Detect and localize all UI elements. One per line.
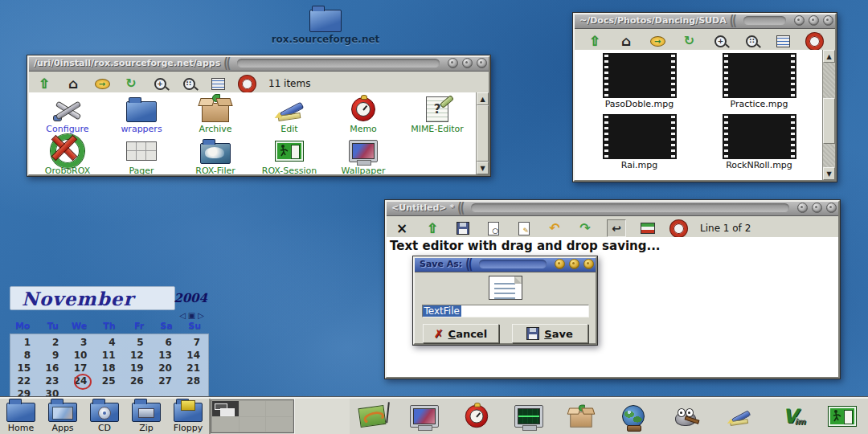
zoom-in-icon[interactable]: + <box>712 33 730 49</box>
undo-icon[interactable]: ↶ <box>546 220 563 236</box>
calendar-day[interactable]: 28 <box>180 375 208 387</box>
bookmarks-icon[interactable]: → <box>93 76 111 92</box>
workspace-4[interactable] <box>212 417 239 432</box>
up-icon[interactable]: ⇧ <box>424 220 441 236</box>
gimp-icon[interactable] <box>671 403 700 429</box>
find-icon[interactable]: ○ <box>485 220 502 236</box>
scroll-up-icon[interactable]: ▲ <box>823 50 835 63</box>
home-icon[interactable]: ⌂ <box>617 33 635 49</box>
launcher-cd[interactable]: CD <box>87 399 122 433</box>
workspace-pager[interactable] <box>211 399 294 433</box>
vertical-scrollbar[interactable]: ▲ ▼ <box>476 92 489 174</box>
window-titlebar[interactable]: ~/Docs/Photos/Dancing/SUDA (( <box>573 13 837 29</box>
home-icon[interactable]: ⌂ <box>64 76 82 92</box>
maximize-button[interactable] <box>809 15 819 26</box>
video-file-item[interactable]: RockNRoll.mpg <box>699 114 819 170</box>
session-exit-icon[interactable] <box>828 403 857 429</box>
calendar-day[interactable]: 19 <box>124 362 152 374</box>
save-icon[interactable] <box>454 220 472 236</box>
list-view-icon[interactable] <box>209 76 227 92</box>
drawing-board-icon[interactable] <box>358 403 387 429</box>
vim-icon[interactable]: Vim <box>776 403 805 429</box>
launcher-apps[interactable]: Apps <box>45 399 80 433</box>
prev-month-icon[interactable]: ◁ <box>179 311 186 320</box>
video-file-item[interactable]: PasoDoble.mpg <box>579 53 699 109</box>
maximize-button[interactable] <box>462 58 473 68</box>
calendar-day[interactable]: 16 <box>39 362 67 374</box>
window-titlebar[interactable]: <Untitled> * (( <box>385 200 840 216</box>
workspace-5[interactable] <box>240 417 266 432</box>
app-item-edit[interactable]: Edit <box>252 94 326 136</box>
text-editor-icon[interactable] <box>723 403 752 429</box>
calendar-day[interactable]: 17 <box>67 362 95 374</box>
video-file-item[interactable]: Practice.mpg <box>699 53 819 109</box>
calendar-day[interactable]: 15 <box>10 362 39 374</box>
launcher-floppy[interactable]: Floppy <box>170 399 206 433</box>
zoom-fit-icon[interactable]: ∷ <box>180 76 198 92</box>
calendar-day[interactable]: 10 <box>67 350 95 361</box>
today-icon[interactable]: ▣ <box>188 311 195 320</box>
save-button[interactable]: Save <box>512 324 588 343</box>
launcher-zip[interactable]: Zip <box>129 399 164 433</box>
zoom-fit-icon[interactable]: ∷ <box>743 33 761 49</box>
calendar-day[interactable]: 22 <box>10 375 39 387</box>
list-view-icon[interactable] <box>775 33 792 49</box>
workspace-1[interactable] <box>212 401 239 416</box>
calendar-day[interactable]: 24 <box>67 375 95 387</box>
calendar-day[interactable]: 2 <box>39 337 67 348</box>
app-item-rox-filer[interactable]: ROX-Filer <box>178 136 252 174</box>
calendar-day[interactable]: 20 <box>152 362 180 374</box>
refresh-icon[interactable]: ↻ <box>122 76 140 92</box>
workspace-6[interactable] <box>266 417 293 432</box>
dialog-titlebar[interactable]: Save As: (( <box>413 256 597 272</box>
system-monitor-icon[interactable] <box>514 403 543 429</box>
refresh-icon[interactable]: ↻ <box>680 33 698 49</box>
close-button[interactable] <box>477 58 487 68</box>
help-icon[interactable] <box>669 220 687 236</box>
app-item-configure[interactable]: Configure <box>31 94 104 136</box>
desktop-icon-rox-sourceforge[interactable]: rox.sourceforge.net <box>265 5 386 45</box>
window-titlebar[interactable]: /uri/0install/rox.sourceforge.net/apps (… <box>27 55 490 72</box>
text-file-icon[interactable] <box>489 276 522 300</box>
scroll-down-icon[interactable]: ▼ <box>823 167 835 180</box>
bookmarks-icon[interactable]: → <box>649 33 666 49</box>
scrollbar-thumb[interactable] <box>823 98 835 144</box>
help-icon[interactable] <box>238 76 256 92</box>
replace-icon[interactable]: ✎ <box>515 220 533 236</box>
calendar-day[interactable]: 21 <box>180 362 208 374</box>
iconify-button[interactable] <box>448 58 458 68</box>
calendar-day[interactable]: 11 <box>95 350 123 361</box>
calendar-day[interactable]: 25 <box>95 375 123 387</box>
calendar-day[interactable]: 23 <box>39 375 67 387</box>
calendar-day[interactable]: 6 <box>152 337 180 348</box>
app-item-rox-session[interactable]: ROX-Session <box>252 136 326 174</box>
archive-box-icon[interactable] <box>567 403 596 429</box>
titlebar-grip[interactable] <box>479 260 547 268</box>
up-icon[interactable]: ⇧ <box>35 76 53 92</box>
next-month-icon[interactable]: ▷ <box>198 311 204 320</box>
app-item-wrappers[interactable]: wrappers <box>104 94 178 136</box>
vertical-scrollbar[interactable]: ▲ ▼ <box>822 50 835 180</box>
workspace-2[interactable] <box>240 401 266 416</box>
app-item-mime-editor[interactable]: ? MIME-Editor <box>400 94 474 136</box>
workspace-3[interactable] <box>266 401 293 416</box>
app-item-oroborox[interactable]: OroboROX <box>31 136 104 174</box>
app-item-wallpaper[interactable]: Wallpaper <box>326 136 400 174</box>
calendar-day[interactable]: 1 <box>10 337 39 348</box>
calendar-day[interactable]: 26 <box>124 375 152 387</box>
calendar-day[interactable]: 14 <box>180 350 208 361</box>
up-icon[interactable]: ⇧ <box>586 33 604 49</box>
wallpaper-icon[interactable] <box>410 403 439 429</box>
calendar-day[interactable]: 12 <box>124 350 152 361</box>
calendar-day[interactable]: 7 <box>180 337 208 348</box>
calendar-day[interactable]: 4 <box>95 337 123 348</box>
globe-icon[interactable] <box>619 403 648 429</box>
close-button[interactable] <box>823 15 833 26</box>
scrollbar-thumb[interactable] <box>477 105 489 162</box>
scroll-up-icon[interactable]: ▲ <box>477 92 489 105</box>
titlebar-grip[interactable] <box>471 203 789 212</box>
iconify-button[interactable] <box>555 259 565 269</box>
filename-input[interactable]: TextFile <box>422 305 589 317</box>
calendar-day[interactable]: 18 <box>95 362 123 374</box>
app-item-memo[interactable]: Memo <box>326 94 400 136</box>
